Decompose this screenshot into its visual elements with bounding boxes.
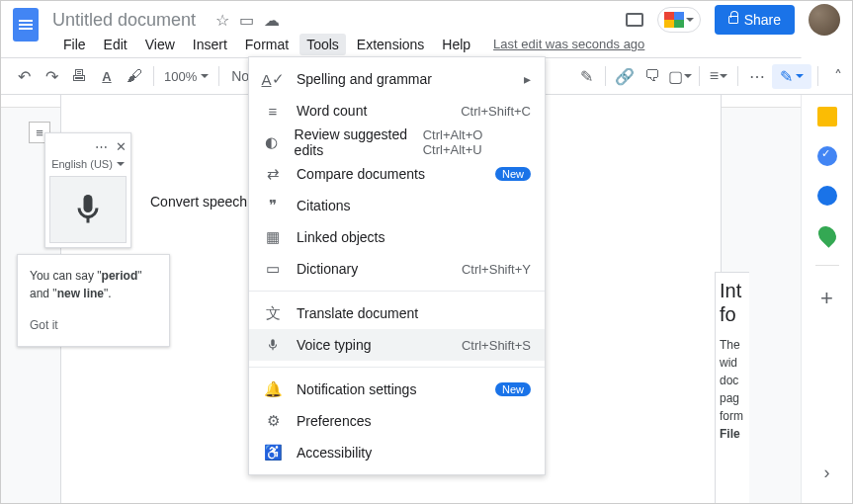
meet-button[interactable]: [657, 7, 701, 33]
menu-preferences[interactable]: ⚙ Preferences: [249, 405, 545, 437]
hide-menus-icon[interactable]: ˄: [834, 67, 842, 86]
menu-compare-documents[interactable]: ⇄ Compare documents New: [249, 158, 545, 190]
word-count-icon: ≡: [263, 101, 283, 121]
undo-icon[interactable]: ↶: [11, 63, 37, 89]
cloud-status-icon[interactable]: ☁: [264, 11, 280, 30]
menu-shortcut: Ctrl+Shift+Y: [462, 262, 531, 277]
close-icon[interactable]: ✕: [116, 139, 127, 154]
menu-label: Dictionary: [297, 261, 358, 277]
menu-view[interactable]: View: [138, 34, 182, 55]
account-avatar[interactable]: [809, 4, 840, 36]
spellcheck-icon: A✓: [263, 69, 283, 89]
linked-objects-icon: ▦: [263, 227, 283, 247]
menu-separator: [249, 291, 545, 292]
spellcheck-icon[interactable]: A: [94, 63, 120, 89]
star-icon[interactable]: ☆: [215, 11, 229, 30]
menu-accessibility[interactable]: ♿ Accessibility: [249, 437, 545, 468]
menu-voice-typing[interactable]: Voice typing Ctrl+Shift+S: [249, 329, 545, 361]
side-info-pane: Intfo The wid doc pag form File ✦: [715, 272, 749, 503]
info-title-l2: fo: [720, 303, 736, 325]
share-button[interactable]: Share: [715, 5, 795, 35]
contacts-icon[interactable]: [817, 186, 837, 206]
share-label: Share: [744, 12, 781, 28]
menu-label: Spelling and grammar: [297, 71, 432, 87]
menu-label: Accessibility: [297, 445, 372, 461]
tip-text: You can say "period" and "new line".: [30, 269, 141, 300]
bell-icon: 🔔: [263, 379, 283, 399]
meet-icon: [664, 12, 684, 28]
dictionary-icon: ▭: [263, 259, 283, 279]
insert-link-icon[interactable]: 🔗: [612, 63, 638, 89]
zoom-select[interactable]: 100%: [160, 69, 213, 84]
docs-logo-icon[interactable]: [13, 8, 39, 42]
voice-tip-tooltip: You can say "period" and "new line". Got…: [17, 254, 170, 347]
insert-image-icon[interactable]: ▢: [667, 63, 693, 89]
menu-shortcut: Ctrl+Shift+S: [462, 338, 531, 353]
menu-translate[interactable]: 文 Translate document: [249, 297, 545, 329]
menu-spelling-grammar[interactable]: A✓ Spelling and grammar ▸: [249, 63, 545, 95]
microphone-button[interactable]: [49, 176, 127, 243]
menu-citations[interactable]: ❞ Citations: [249, 190, 545, 221]
align-icon[interactable]: ≡: [706, 63, 731, 89]
menu-label: Review suggested edits: [295, 126, 423, 158]
chevron-down-icon: [117, 162, 125, 170]
info-body-text: The wid doc pag form: [720, 338, 743, 423]
menu-file[interactable]: File: [56, 34, 93, 55]
document-title[interactable]: Untitled document: [52, 10, 196, 31]
menu-shortcut: Ctrl+Shift+C: [461, 104, 531, 119]
menu-dictionary[interactable]: ▭ Dictionary Ctrl+Shift+Y: [249, 253, 545, 285]
new-badge: New: [495, 382, 531, 396]
citations-icon: ❞: [263, 196, 283, 215]
menu-separator: [249, 367, 545, 368]
redo-icon[interactable]: ↷: [39, 63, 64, 89]
side-panel: + ›: [801, 57, 852, 503]
menu-extensions[interactable]: Extensions: [350, 34, 431, 55]
menu-edit[interactable]: Edit: [97, 34, 134, 55]
accessibility-icon: ♿: [263, 443, 283, 462]
menu-label: Voice typing: [297, 337, 372, 353]
menu-label: Preferences: [297, 413, 371, 429]
menu-word-count[interactable]: ≡ Word count Ctrl+Shift+C: [249, 95, 545, 126]
menu-label: Translate document: [297, 305, 418, 321]
last-edit-link[interactable]: Last edit was seconds ago: [493, 37, 644, 51]
menu-help[interactable]: Help: [435, 34, 477, 55]
chevron-down-icon: [201, 74, 209, 82]
translate-icon: 文: [263, 303, 283, 323]
add-comment-icon[interactable]: 🗨: [640, 63, 665, 89]
menu-label: Word count: [297, 103, 367, 119]
voice-typing-widget[interactable]: ⋯ ✕ English (US): [44, 132, 131, 248]
tasks-icon[interactable]: [817, 146, 837, 166]
maps-icon[interactable]: [814, 222, 839, 247]
menu-tools[interactable]: Tools: [299, 34, 346, 55]
menu-label: Linked objects: [297, 229, 385, 245]
tools-dropdown: A✓ Spelling and grammar ▸ ≡ Word count C…: [248, 56, 546, 475]
keep-icon[interactable]: [817, 107, 837, 126]
comments-icon[interactable]: [626, 13, 643, 27]
add-addon-icon[interactable]: +: [820, 286, 833, 311]
paint-format-icon[interactable]: 🖌: [122, 63, 147, 89]
microphone-icon: [263, 335, 283, 355]
voice-language-label: English (US): [51, 158, 113, 170]
lock-icon: [728, 16, 738, 24]
move-icon[interactable]: ▭: [239, 11, 254, 30]
voice-menu-icon[interactable]: ⋯: [95, 139, 108, 154]
menu-format[interactable]: Format: [238, 34, 296, 55]
menu-review-edits[interactable]: ◐ Review suggested edits Ctrl+Alt+O Ctrl…: [249, 126, 545, 158]
more-icon[interactable]: ⋯: [744, 63, 770, 89]
chevron-down-icon: [686, 18, 694, 26]
tip-dismiss-button[interactable]: Got it: [30, 316, 157, 334]
menu-linked-objects[interactable]: ▦ Linked objects: [249, 221, 545, 253]
menu-insert[interactable]: Insert: [186, 34, 234, 55]
info-title-l1: Int: [720, 280, 741, 301]
hide-sidepanel-icon[interactable]: ›: [824, 462, 830, 483]
voice-language-select[interactable]: English (US): [49, 158, 127, 170]
menu-label: Citations: [297, 198, 350, 213]
print-icon[interactable]: 🖶: [66, 63, 92, 89]
review-icon: ◐: [263, 132, 281, 152]
menu-shortcut: Ctrl+Alt+O Ctrl+Alt+U: [423, 127, 531, 157]
menu-notification-settings[interactable]: 🔔 Notification settings New: [249, 374, 545, 405]
document-body-text[interactable]: Convert speech to: [150, 194, 263, 210]
highlight-icon[interactable]: ✎: [573, 63, 599, 89]
new-badge: New: [495, 167, 531, 181]
editing-mode-button[interactable]: ✎: [772, 64, 811, 89]
